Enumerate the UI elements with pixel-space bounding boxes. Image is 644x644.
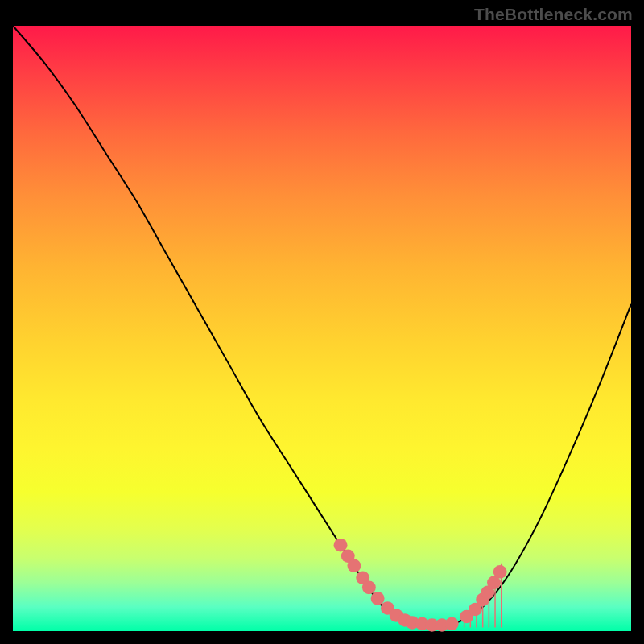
- marker-dot: [347, 559, 361, 573]
- marker-dot: [334, 539, 348, 552]
- marker-dot: [371, 592, 385, 605]
- watermark-text: TheBottleneck.com: [474, 5, 633, 24]
- marker-dot: [493, 565, 507, 579]
- marker-dot: [362, 581, 376, 595]
- chart-svg: [13, 26, 631, 631]
- marker-dot: [445, 617, 459, 631]
- chart-frame: TheBottleneck.com: [0, 0, 644, 644]
- plot-area: [13, 26, 631, 631]
- marker-group: [334, 539, 507, 632]
- curve-path: [13, 26, 631, 625]
